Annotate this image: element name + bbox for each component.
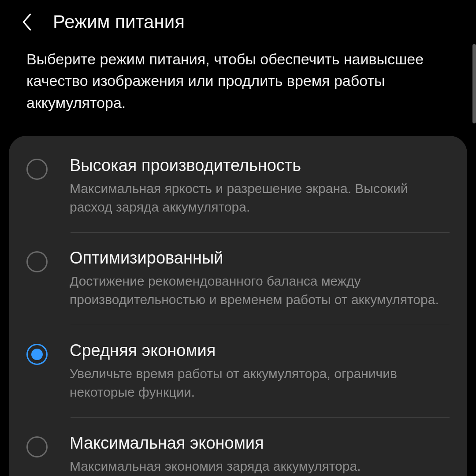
power-mode-option-max-saving[interactable]: Максимальная экономия Максимальная эконо…	[9, 418, 467, 476]
option-description: Максимальная яркость и разрешение экрана…	[70, 179, 450, 216]
power-mode-option-optimized[interactable]: Оптимизированный Достижение рекомендован…	[9, 233, 467, 325]
radio-button[interactable]	[26, 159, 48, 180]
option-content: Высокая производительность Максимальная …	[70, 156, 450, 216]
header: Режим питания	[0, 0, 476, 48]
option-title: Высокая производительность	[70, 156, 450, 175]
radio-button[interactable]	[26, 344, 48, 365]
option-title: Средняя экономия	[70, 341, 450, 360]
page-title: Режим питания	[53, 11, 185, 33]
option-content: Средняя экономия Увеличьте время работы …	[70, 341, 450, 402]
power-mode-option-high-performance[interactable]: Высокая производительность Максимальная …	[9, 140, 467, 232]
radio-button[interactable]	[26, 436, 48, 457]
chevron-left-icon	[20, 12, 33, 32]
option-title: Оптимизированный	[70, 249, 450, 268]
back-button[interactable]	[13, 9, 40, 35]
option-title: Максимальная экономия	[70, 434, 450, 453]
option-content: Оптимизированный Достижение рекомендован…	[70, 249, 450, 309]
options-card: Высокая производительность Максимальная …	[9, 136, 467, 476]
power-mode-option-medium-saving[interactable]: Средняя экономия Увеличьте время работы …	[9, 325, 467, 417]
page-description: Выберите режим питания, чтобы обеспечить…	[0, 48, 476, 136]
option-description: Достижение рекомендованного баланса межд…	[70, 272, 450, 309]
option-description: Максимальная экономия заряда аккумулятор…	[70, 457, 450, 476]
option-description: Увеличьте время работы от аккумулятора, …	[70, 364, 450, 402]
scrollbar[interactable]	[472, 44, 476, 123]
radio-button[interactable]	[26, 251, 48, 272]
option-content: Максимальная экономия Максимальная эконо…	[70, 434, 450, 476]
